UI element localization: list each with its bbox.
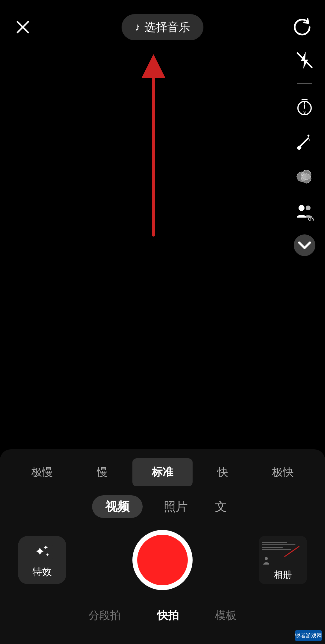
music-select-button[interactable]: ♪ 选择音乐 <box>122 14 203 40</box>
nav-item-kuaipai[interactable]: 快拍 <box>151 605 185 626</box>
speed-tab-standard[interactable]: 标准 <box>132 458 193 486</box>
mode-tab-photo[interactable]: 照片 <box>158 495 194 518</box>
bottom-nav: 分段拍 快拍 模板 <box>0 599 325 644</box>
mode-tab-video[interactable]: 视频 <box>92 495 143 518</box>
svg-marker-20 <box>141 54 166 78</box>
mode-tabs: 视频 照片 文 <box>0 495 325 518</box>
capture-row: ✦ ✦ ✦ 特效 <box>0 530 325 590</box>
top-bar: ♪ 选择音乐 <box>0 0 325 42</box>
svg-point-25 <box>265 557 268 560</box>
nav-item-duanpai[interactable]: 分段拍 <box>82 605 127 626</box>
bottom-area: 极慢 慢 标准 快 极快 视频 照片 文 ✦ ✦ ✦ 特效 <box>0 449 325 644</box>
album-thumbnail <box>259 536 307 566</box>
close-button[interactable] <box>12 16 34 38</box>
shutter-button[interactable] <box>132 530 193 590</box>
nav-item-template[interactable]: 模板 <box>209 605 243 626</box>
watermark-text: 锐者游戏网 <box>295 632 322 639</box>
speed-tab-kuai[interactable]: 快 <box>193 458 253 486</box>
watermark: 锐者游戏网 <box>295 630 322 641</box>
effects-label: 特效 <box>32 565 52 579</box>
svg-text:✦: ✦ <box>43 544 48 551</box>
tutorial-arrow <box>0 42 325 289</box>
svg-text:✦: ✦ <box>45 552 49 557</box>
music-select-label: 选择音乐 <box>144 20 190 35</box>
album-label: 相册 <box>274 566 292 584</box>
shutter-inner <box>137 535 188 585</box>
speed-tab-man[interactable]: 慢 <box>72 458 132 486</box>
refresh-button[interactable] <box>291 16 313 38</box>
music-note-icon: ♪ <box>135 21 140 33</box>
mode-tab-text[interactable]: 文 <box>209 495 233 518</box>
effects-button[interactable]: ✦ ✦ ✦ 特效 <box>18 536 66 584</box>
speed-tabs: 极慢 慢 标准 快 极快 <box>0 458 325 486</box>
speed-tab-jiman[interactable]: 极慢 <box>12 458 72 486</box>
speed-tab-jikuai[interactable]: 极快 <box>253 458 313 486</box>
album-button[interactable]: 相册 <box>259 536 307 584</box>
